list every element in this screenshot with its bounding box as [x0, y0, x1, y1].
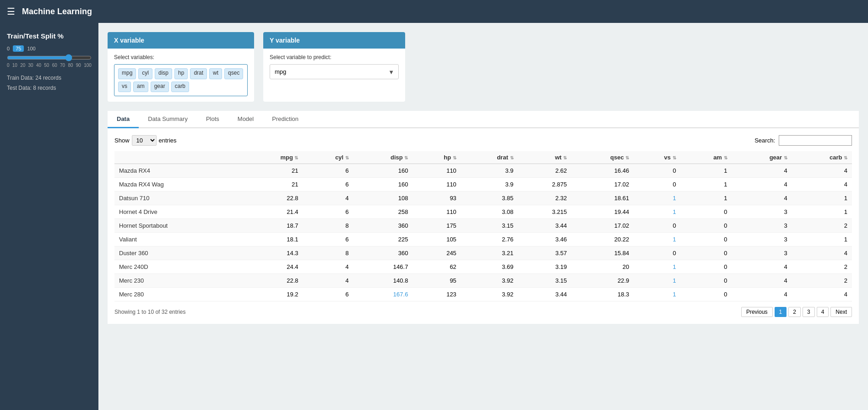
col-disp[interactable]: disp ⇅ [353, 151, 413, 164]
col-gear[interactable]: gear ⇅ [732, 151, 792, 164]
cell-drat: 3.9 [461, 164, 518, 178]
cell-drat: 3.69 [461, 260, 518, 274]
cell-qsec: 17.02 [571, 178, 634, 191]
col-carb[interactable]: carb ⇅ [792, 151, 852, 164]
x-variable-card: X variable Select variables: mpg cyl dis… [108, 32, 254, 102]
cell-am: 0 [681, 260, 732, 274]
tab-plots[interactable]: Plots [197, 111, 228, 128]
cell-wt: 2.875 [518, 178, 572, 191]
cell-cyl: 6 [303, 205, 353, 219]
cell-name: Datsun 710 [114, 191, 243, 205]
entries-select[interactable]: 10 25 50 100 [132, 135, 157, 146]
cell-carb: 4 [792, 164, 852, 178]
cell-name: Merc 240D [114, 260, 243, 274]
cell-cyl: 6 [303, 233, 353, 246]
cell-name: Valiant [114, 233, 243, 246]
show-entries: Show 10 25 50 100 entries [114, 135, 177, 146]
cell-hp: 245 [412, 246, 461, 260]
cell-gear: 4 [732, 178, 792, 191]
show-label: Show [114, 137, 130, 144]
x-variable-tags-box[interactable]: mpg cyl disp hp drat wt qsec vs am gear … [114, 64, 248, 96]
col-am[interactable]: am ⇅ [681, 151, 732, 164]
cell-drat: 3.92 [461, 288, 518, 301]
app-title: Machine Learning [22, 7, 92, 16]
cell-wt: 3.215 [518, 205, 572, 219]
sidebar-info: Train Data: 24 records Test Data: 8 reco… [7, 73, 92, 93]
col-qsec[interactable]: qsec ⇅ [571, 151, 634, 164]
cell-drat: 2.76 [461, 233, 518, 246]
cell-mpg: 18.1 [243, 233, 303, 246]
slider-min: 0 [7, 46, 10, 51]
cell-vs: 1 [634, 260, 680, 274]
cell-vs: 1 [634, 205, 680, 219]
hamburger-icon[interactable]: ☰ [7, 6, 15, 17]
page-3-button[interactable]: 3 [803, 307, 815, 317]
tag-hp: hp [174, 68, 188, 79]
tab-data[interactable]: Data [108, 111, 139, 128]
search-input[interactable] [779, 135, 852, 146]
tab-model[interactable]: Model [228, 111, 263, 128]
cell-am: 0 [681, 219, 732, 233]
tag-carb: carb [171, 82, 189, 93]
data-table: mpg ⇅ cyl ⇅ disp ⇅ hp ⇅ drat ⇅ wt ⇅ qsec… [114, 151, 852, 301]
page-4-button[interactable]: 4 [817, 307, 829, 317]
pagination: Previous 1 2 3 4 Next [741, 307, 852, 317]
cell-disp: 160 [353, 178, 413, 191]
tab-data-summary[interactable]: Data Summary [139, 111, 197, 128]
col-vs[interactable]: vs ⇅ [634, 151, 680, 164]
cell-cyl: 8 [303, 219, 353, 233]
cell-drat: 3.21 [461, 246, 518, 260]
table-row: Mazda RX4 21 6 160 110 3.9 2.62 16.46 0 … [114, 164, 852, 178]
next-button[interactable]: Next [830, 307, 852, 317]
cell-vs: 1 [634, 274, 680, 288]
cell-hp: 62 [412, 260, 461, 274]
cell-carb: 1 [792, 191, 852, 205]
cell-cyl: 6 [303, 288, 353, 301]
y-variable-select[interactable]: mpg cyl disp hp drat wt qsec vs am gear … [270, 64, 399, 79]
slider-value: 75 [13, 45, 24, 52]
cell-carb: 4 [792, 246, 852, 260]
cell-wt: 2.62 [518, 164, 572, 178]
cell-am: 0 [681, 288, 732, 301]
cell-mpg: 21 [243, 178, 303, 191]
col-wt[interactable]: wt ⇅ [518, 151, 572, 164]
page-1-button[interactable]: 1 [775, 307, 787, 317]
cell-wt: 3.57 [518, 246, 572, 260]
train-test-slider[interactable] [7, 54, 92, 61]
cell-gear: 4 [732, 260, 792, 274]
tag-am: am [133, 82, 148, 93]
prev-button[interactable]: Previous [741, 307, 773, 317]
cell-mpg: 21.4 [243, 205, 303, 219]
cell-mpg: 22.8 [243, 274, 303, 288]
table-controls: Show 10 25 50 100 entries Search: [114, 135, 852, 146]
col-hp[interactable]: hp ⇅ [412, 151, 461, 164]
table-row: Merc 240D 24.4 4 146.7 62 3.69 3.19 20 1… [114, 260, 852, 274]
col-cyl[interactable]: cyl ⇅ [303, 151, 353, 164]
cell-am: 0 [681, 205, 732, 219]
y-variable-body: Select variable to predict: mpg cyl disp… [263, 49, 405, 85]
cell-cyl: 4 [303, 260, 353, 274]
page-2-button[interactable]: 2 [788, 307, 801, 317]
cell-name: Hornet Sportabout [114, 219, 243, 233]
slider-ticks: 0102030405060708090100 [7, 63, 92, 68]
cell-am: 1 [681, 178, 732, 191]
search-label: Search: [754, 137, 775, 144]
cell-mpg: 14.3 [243, 246, 303, 260]
col-drat[interactable]: drat ⇅ [461, 151, 518, 164]
y-variable-select-wrapper: mpg cyl disp hp drat wt qsec vs am gear … [270, 64, 399, 79]
cell-wt: 3.46 [518, 233, 572, 246]
cell-name: Mazda RX4 [114, 164, 243, 178]
tab-prediction[interactable]: Prediction [263, 111, 308, 128]
cell-vs: 0 [634, 219, 680, 233]
cell-vs: 1 [634, 288, 680, 301]
cell-carb: 4 [792, 288, 852, 301]
cell-gear: 4 [732, 164, 792, 178]
tag-vs: vs [118, 82, 131, 93]
app-header: ☰ Machine Learning [0, 0, 868, 23]
col-mpg[interactable]: mpg ⇅ [243, 151, 303, 164]
train-data-label: Train Data: 24 records [7, 73, 92, 83]
tag-drat: drat [190, 68, 207, 79]
main-content: X variable Select variables: mpg cyl dis… [98, 23, 868, 410]
table-row: Valiant 18.1 6 225 105 2.76 3.46 20.22 1… [114, 233, 852, 246]
cell-vs: 0 [634, 246, 680, 260]
